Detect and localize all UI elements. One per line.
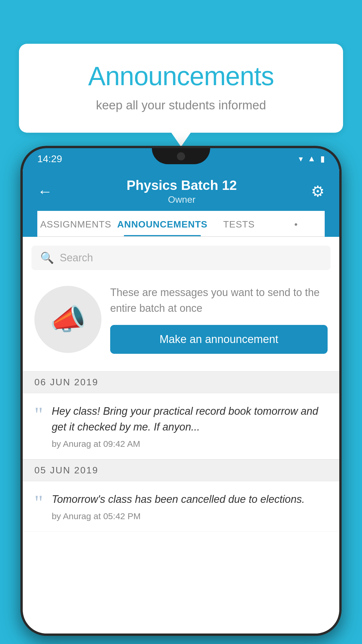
settings-icon[interactable]: ⚙ (311, 183, 325, 200)
search-icon: 🔍 (40, 251, 54, 264)
date-divider-2: 05 JUN 2019 (23, 459, 339, 481)
battery-icon: ▮ (320, 154, 325, 164)
camera-dot (177, 152, 185, 160)
announcement-item-2[interactable]: " Tomorrow's class has been cancelled du… (23, 481, 339, 532)
promo-description: These are messages you want to send to t… (110, 285, 328, 316)
announcement-content-1: Hey class! Bring your practical record b… (52, 403, 328, 449)
announcement-meta-2: by Anurag at 05:42 PM (52, 511, 328, 521)
batch-name: Physics Batch 12 (126, 177, 237, 193)
tabs: ASSIGNMENTS ANNOUNCEMENTS TESTS • (37, 211, 325, 237)
search-placeholder: Search (60, 252, 93, 264)
signal-icon: ▲ (307, 154, 316, 163)
bubble-subtitle: keep all your students informed (42, 98, 320, 112)
promo-card: 📣 These are messages you want to send to… (31, 276, 331, 363)
megaphone-circle: 📣 (34, 286, 101, 353)
announcement-content-2: Tomorrow's class has been cancelled due … (52, 491, 328, 521)
notch (152, 148, 210, 164)
speech-bubble-container: Announcements keep all your students inf… (19, 44, 343, 133)
speech-bubble: Announcements keep all your students inf… (19, 44, 343, 133)
tab-announcements[interactable]: ANNOUNCEMENTS (114, 211, 210, 236)
app-header: ← Physics Batch 12 Owner ⚙ ASSIGNMENTS A… (23, 169, 339, 237)
phone: 14:29 ▾ ▲ ▮ ← Physics Batch 12 Owner (20, 146, 342, 636)
bubble-title: Announcements (42, 61, 320, 91)
app-content: ← Physics Batch 12 Owner ⚙ ASSIGNMENTS A… (23, 169, 339, 634)
tab-tests[interactable]: TESTS (210, 211, 268, 236)
promo-right: These are messages you want to send to t… (110, 285, 328, 354)
app-header-top: ← Physics Batch 12 Owner ⚙ (37, 177, 325, 205)
announcement-text-1: Hey class! Bring your practical record b… (52, 403, 328, 435)
status-icons: ▾ ▲ ▮ (299, 154, 325, 164)
megaphone-icon: 📣 (50, 302, 86, 337)
batch-role: Owner (126, 194, 237, 205)
wifi-icon: ▾ (299, 154, 303, 164)
tab-assignments[interactable]: ASSIGNMENTS (37, 211, 114, 236)
date-divider-1: 06 JUN 2019 (23, 371, 339, 393)
status-time: 14:29 (37, 153, 62, 164)
tab-more[interactable]: • (268, 211, 325, 236)
back-button[interactable]: ← (37, 183, 52, 200)
announcement-text-2: Tomorrow's class has been cancelled due … (52, 491, 328, 507)
search-bar[interactable]: 🔍 Search (31, 246, 331, 270)
header-title-block: Physics Batch 12 Owner (126, 177, 237, 205)
quote-icon-1: " (34, 406, 43, 423)
announcement-item-1[interactable]: " Hey class! Bring your practical record… (23, 393, 339, 459)
phone-container: 14:29 ▾ ▲ ▮ ← Physics Batch 12 Owner (20, 146, 342, 644)
quote-icon-2: " (34, 494, 43, 511)
make-announcement-button[interactable]: Make an announcement (110, 325, 328, 354)
status-bar: 14:29 ▾ ▲ ▮ (23, 148, 339, 169)
app-body[interactable]: 🔍 Search 📣 These are messages you want t… (23, 237, 339, 634)
announcement-meta-1: by Anurag at 09:42 AM (52, 439, 328, 449)
